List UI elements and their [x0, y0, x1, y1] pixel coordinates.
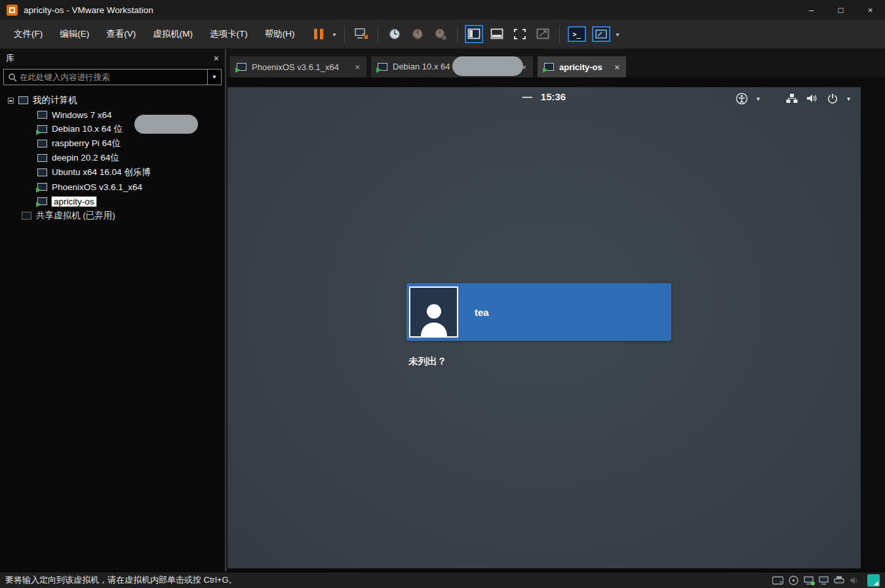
- vm-icon: [37, 111, 47, 119]
- title-bar: apricity-os - VMware Workstation – □ ×: [0, 0, 885, 20]
- console-view-dropdown-caret[interactable]: ▾: [616, 31, 620, 38]
- library-panel-icon: [467, 28, 481, 40]
- menu-edit[interactable]: 编辑(E): [51, 24, 98, 44]
- volume-icon[interactable]: [806, 93, 818, 104]
- revert-snapshot-button[interactable]: [409, 26, 426, 43]
- tab-apricity-os[interactable]: apricity-os ×: [538, 56, 626, 77]
- pause-dropdown-caret[interactable]: ▾: [333, 31, 336, 38]
- menu-file[interactable]: 文件(F): [5, 24, 51, 44]
- menu-bar: 文件(F) 编辑(E) 查看(V) 虚拟机(M) 选项卡(T) 帮助(H): [5, 24, 304, 44]
- vm-tree: 我的计算机 Windows 7 x64 Debian 10.x 64 位 ras…: [0, 89, 225, 572]
- tab-close-icon[interactable]: ×: [355, 62, 360, 72]
- window-title: apricity-os - VMware Workstation: [24, 5, 153, 15]
- show-library-button[interactable]: [465, 26, 482, 43]
- device-status-icons: [772, 574, 880, 587]
- login-username: tea: [475, 307, 489, 318]
- vm-running-icon: [237, 63, 246, 71]
- menu-toolbar: 文件(F) 编辑(E) 查看(V) 虚拟机(M) 选项卡(T) 帮助(H) ▾: [0, 20, 885, 49]
- window-controls: – □ ×: [796, 0, 885, 20]
- pause-icon: [314, 29, 323, 39]
- library-search[interactable]: ▼: [3, 69, 222, 85]
- thumbnail-bar-icon: [490, 28, 503, 40]
- search-icon: [8, 73, 17, 82]
- unity-mode-button[interactable]: [534, 26, 551, 43]
- redaction-blob: [452, 56, 523, 76]
- toolbar-separator: [378, 26, 378, 43]
- revert-snapshot-icon: [411, 28, 424, 41]
- library-header: 库 ×: [0, 49, 225, 67]
- search-dropdown-button[interactable]: ▼: [207, 69, 221, 85]
- hard-disk-icon[interactable]: [772, 576, 783, 585]
- computer-icon: [18, 96, 28, 104]
- printer-icon[interactable]: [834, 576, 844, 585]
- status-bar: 要将输入定向到该虚拟机，请在虚拟机内部单击或按 Ctrl+G。: [0, 572, 885, 588]
- tree-node-my-computer[interactable]: 我的计算机: [0, 93, 225, 108]
- cd-rom-icon[interactable]: [789, 576, 798, 585]
- power-icon[interactable]: [827, 92, 838, 104]
- guest-screen[interactable]: — 15:36 ▾: [227, 87, 861, 568]
- open-terminal-button[interactable]: >_: [568, 26, 586, 42]
- not-listed-link[interactable]: 未列出？: [408, 355, 446, 368]
- fullscreen-icon: [513, 28, 526, 40]
- menu-tabs[interactable]: 选项卡(T): [201, 24, 256, 44]
- tab-label: PhoenixOS v3.6.1_x64: [252, 62, 339, 72]
- vm-label-selected: apricity-os: [52, 197, 96, 206]
- network-icon[interactable]: [786, 93, 798, 104]
- take-snapshot-button[interactable]: [386, 26, 403, 43]
- tree-node-vm[interactable]: raspberry Pi 64位: [0, 136, 225, 151]
- menu-help[interactable]: 帮助(H): [256, 24, 304, 44]
- tab-phoenixos[interactable]: PhoenixOS v3.6.1_x64 ×: [230, 56, 366, 77]
- console-view-icon: [595, 29, 607, 39]
- vm-icon: [37, 154, 47, 162]
- vm-display-area: PhoenixOS v3.6.1_x64 × Debian 10.x 64 位 …: [227, 49, 885, 572]
- tree-node-shared-vms[interactable]: 共享虚拟机 (已弃用): [0, 208, 225, 223]
- manage-snapshots-button[interactable]: [432, 26, 449, 43]
- sound-icon[interactable]: [850, 576, 859, 585]
- notification-dash-icon: —: [522, 91, 532, 102]
- vm-message-indicator-icon[interactable]: [867, 574, 880, 587]
- person-icon: [418, 301, 450, 336]
- tree-node-vm[interactable]: deepin 20.2 64位: [0, 151, 225, 165]
- vmware-workstation-window: apricity-os - VMware Workstation – □ × 文…: [0, 0, 885, 588]
- tab-label: apricity-os: [559, 62, 602, 72]
- show-thumbnail-bar-button[interactable]: [488, 26, 505, 43]
- vm-label: Ubuntu x64 16.04 创乐博: [52, 167, 151, 178]
- network-adapter-2-icon[interactable]: [819, 576, 829, 585]
- tree-expander-icon[interactable]: [8, 98, 14, 104]
- gdm-top-bar: — 15:36 ▾: [227, 87, 861, 109]
- tree-node-vm-selected[interactable]: apricity-os: [0, 194, 225, 208]
- system-dropdown-caret[interactable]: ▾: [847, 95, 850, 102]
- tree-node-vm[interactable]: Ubuntu x64 16.04 创乐博: [0, 165, 225, 180]
- toolbar: ▾: [310, 26, 620, 43]
- vmware-logo-icon: [7, 5, 18, 16]
- shared-vm-label: 共享虚拟机 (已弃用): [36, 210, 115, 222]
- menu-vm[interactable]: 虚拟机(M): [144, 24, 201, 44]
- minimize-button[interactable]: –: [796, 0, 826, 20]
- toolbar-separator: [344, 26, 345, 43]
- library-sidebar: 库 × ▼ 我的计算机 Windows 7 x64: [0, 49, 226, 572]
- gdm-clock[interactable]: — 15:36: [522, 91, 566, 102]
- accessibility-icon[interactable]: [736, 92, 748, 105]
- close-button[interactable]: ×: [856, 0, 885, 20]
- tree-node-label: 我的计算机: [33, 94, 77, 106]
- tab-close-icon[interactable]: ×: [614, 62, 620, 72]
- library-close-icon[interactable]: ×: [214, 53, 219, 64]
- vm-icon: [37, 168, 47, 176]
- search-input[interactable]: [20, 73, 207, 82]
- tree-node-vm[interactable]: PhoenixOS v3.6.1_x64: [0, 180, 225, 194]
- menu-view[interactable]: 查看(V): [98, 24, 144, 44]
- clock-time: 15:36: [541, 91, 566, 102]
- maximize-button[interactable]: □: [826, 0, 856, 20]
- send-ctrl-alt-del-button[interactable]: [353, 26, 370, 43]
- console-view-button[interactable]: [592, 26, 610, 42]
- pause-vm-button[interactable]: [310, 26, 327, 43]
- vm-label: Debian 10.x 64 位: [52, 123, 123, 135]
- fullscreen-button[interactable]: [511, 26, 528, 43]
- ctrl-alt-del-icon: [354, 28, 368, 41]
- vm-running-icon: [37, 183, 47, 191]
- accessibility-dropdown-caret[interactable]: ▾: [757, 95, 760, 102]
- network-adapter-icon[interactable]: [804, 576, 814, 585]
- vm-running-icon: [37, 125, 47, 133]
- login-user-card[interactable]: tea: [406, 283, 671, 341]
- toolbar-separator: [457, 26, 458, 43]
